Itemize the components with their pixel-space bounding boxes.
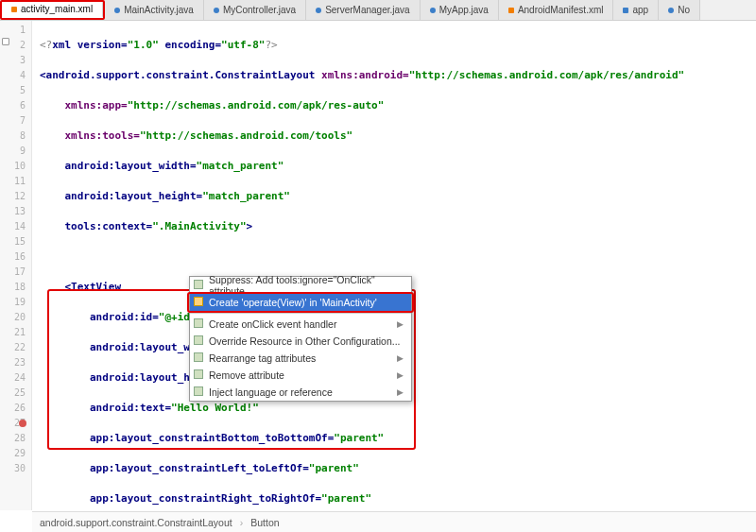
popup-item-create-method[interactable]: Create 'operate(View)' in 'MainActivity' [190,294,411,311]
code-text: <android.support.constraint.ConstraintLa… [40,69,321,81]
code-text: "parent" [321,492,371,505]
line-number: 29 [0,446,26,461]
code-text: tools:context= [65,220,153,232]
code-text: <TextView [65,281,122,293]
tab-androidmanifest-xml[interactable]: AndroidManifest.xml [499,0,614,20]
line-number: 20 [0,310,26,325]
tab-highlight: activity_main.xml [0,0,105,20]
java-file-icon [316,8,321,13]
line-number: 12 [0,189,26,204]
code-text: ".MainActivity" [152,220,246,232]
module-icon [623,8,628,13]
line-number: 1 [0,23,26,38]
xml-file-icon [508,8,514,13]
bulb-icon [194,386,203,396]
tab-label: No [678,5,690,15]
line-number: 5 [0,83,26,98]
line-number: 18 [0,280,26,295]
code-text: "http://schemas.android.com/tools" [140,129,352,142]
popup-item-remove-attr[interactable]: Remove attribute▶ [190,367,411,384]
line-number: 28 [0,431,26,446]
line-number: 13 [0,204,26,219]
bulb-icon [194,352,203,362]
bulb-icon [194,335,203,345]
code-text: android:text= [90,402,171,414]
code-text: xmlns:app= [65,99,128,112]
line-number: 14 [0,219,26,234]
code-text: "match_parent" [202,190,290,202]
line-number: 7 [0,113,26,129]
code-text: app:layout_constraintLeft_toLeftOf= [90,462,309,474]
xml-file-icon [11,7,17,12]
popup-item-label: Remove attribute [209,369,284,381]
java-file-icon [430,8,436,13]
code-text: encoding= [159,39,221,51]
line-number: 23 [0,355,26,370]
java-file-icon [668,8,674,13]
tab-activity-main-xml[interactable]: activity_main.xml [2,2,103,18]
tab-label: MyController.java [223,5,296,15]
popup-item-override-resource[interactable]: Override Resource in Other Configuration… [190,333,411,350]
error-gutter-icon[interactable] [19,420,26,427]
code-text: "Hello World!" [171,402,259,414]
chevron-right-icon: ▶ [397,353,404,363]
tab-label: activity_main.xml [21,4,93,14]
chevron-right-icon: ▶ [397,387,404,397]
code-text: ?> [265,39,277,51]
line-number: 19 [0,295,26,310]
popup-item-label: Create 'operate(View)' in 'MainActivity' [209,297,377,308]
code-area[interactable]: <?xml version="1.0" encoding="utf-8"?> <… [32,21,756,510]
intention-actions-popup: Suppress: Add tools:ignore="OnClick" att… [189,276,412,402]
popup-item-suppress[interactable]: Suppress: Add tools:ignore="OnClick" att… [190,277,411,294]
code-text: <? [40,39,52,51]
fold-toggle-icon[interactable] [2,38,9,45]
line-number: 22 [0,340,26,355]
line-number: 25 [0,386,26,401]
line-number: 21 [0,325,26,340]
code-editor[interactable]: 1 2 3 4 5 6 7 8 9 10 11 12 13 14 15 16 1… [0,21,756,510]
breadcrumb-item[interactable]: android.support.constraint.ConstraintLay… [40,517,232,528]
code-text: android:layout_height= [65,190,203,202]
tab-label: AndroidManifest.xml [518,5,604,15]
tab-servermanager-java[interactable]: ServerManager.java [306,0,421,20]
tab-myapp-java[interactable]: MyApp.java [421,0,499,20]
code-text: "1.0" [128,39,159,51]
popup-separator [190,313,411,314]
bulb-icon [194,280,203,289]
bulb-icon [194,297,203,306]
line-number: 9 [0,144,26,159]
java-file-icon [114,8,120,13]
code-text: android:layout_width= [65,160,197,172]
line-number: 6 [0,98,26,113]
popup-item-label: Rearrange tag attributes [209,352,316,364]
bulb-icon [194,369,203,379]
code-text: app:layout_constraintBottom_toBottomOf= [90,432,334,444]
line-number: 17 [0,265,26,280]
tab-mycontroller-java[interactable]: MyController.java [204,0,306,20]
breadcrumb-item[interactable]: Button [250,517,279,528]
tab-label: app [632,5,648,15]
popup-item-rearrange-attrs[interactable]: Rearrange tag attributes▶ [190,350,411,367]
breadcrumb-separator-icon: › [240,517,244,528]
code-text: "utf-8" [221,39,265,51]
line-number-gutter: 1 2 3 4 5 6 7 8 9 10 11 12 13 14 15 16 1… [0,21,32,510]
tab-label: MainActivity.java [124,5,194,15]
code-text: "http://schemas.android.com/apk/res-auto… [128,99,385,112]
line-number: 10 [0,159,26,174]
tab-app[interactable]: app [613,0,659,20]
code-text: "http://schemas.android.com/apk/res/andr… [409,69,684,81]
tab-no[interactable]: No [659,0,700,20]
popup-item-inject-language[interactable]: Inject language or reference▶ [190,384,411,401]
tab-label: ServerManager.java [325,5,410,15]
code-text: "parent" [309,462,359,474]
line-number: 4 [0,68,26,83]
popup-item-create-handler[interactable]: Create onClick event handler▶ [190,316,411,333]
chevron-right-icon: ▶ [397,319,404,329]
code-text: android:id= [90,311,159,323]
tab-mainactivity-java[interactable]: MainActivity.java [105,0,204,20]
chevron-right-icon: ▶ [397,370,404,380]
java-file-icon [214,8,219,13]
bulb-icon [194,318,203,328]
line-number: 11 [0,174,26,189]
tab-label: MyApp.java [439,5,489,15]
